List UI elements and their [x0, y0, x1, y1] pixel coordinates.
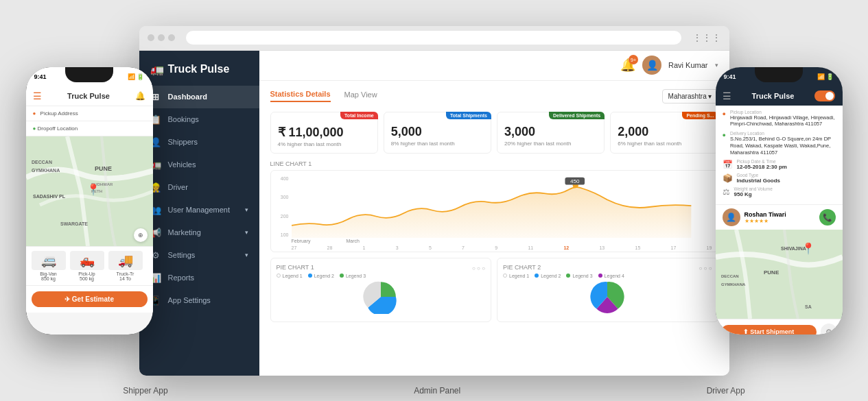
dropoff-bar[interactable]: ● Dropoff Location: [26, 121, 153, 136]
sidebar-app-settings-label: App Settings: [168, 296, 211, 304]
sidebar-item-shippers[interactable]: 👤 Shippers: [139, 131, 259, 154]
driver-app-title: Truck Pulse: [752, 92, 795, 100]
browser-url-bar[interactable]: [186, 31, 681, 45]
sidebar-marketing-label: Marketing: [168, 228, 201, 236]
user-avatar: 👤: [642, 56, 661, 75]
sidebar-shippers-label: Shippers: [168, 138, 198, 146]
map-locate-button[interactable]: ⊕: [134, 228, 148, 242]
pie-chart-2-legend: Legend 1 Legend 2 Legend 3 Legend 4: [503, 274, 712, 278]
shipper-phone: 9:41 📶 🔋 ☰ Truck Pulse 🔔 ● Pickup Addres…: [26, 67, 153, 335]
pie-chart-1-legend: Legend 1 Legend 2 Legend 3: [277, 274, 486, 278]
driver-avatar: 👤: [723, 208, 740, 226]
dropoff-label: Dropoff Location: [38, 125, 78, 132]
pie-chart-1: PIE CHART 1 ○ ○ ○ Legend 1 Legend 2 Lege…: [270, 258, 492, 322]
pie-chart-1-title: PIE CHART 1: [277, 264, 314, 271]
total-income-value: ₹ 11,00,000: [278, 125, 371, 140]
map-pin-icon: 📍: [86, 183, 100, 196]
shipper-status-icons: 📶 🔋: [128, 73, 145, 80]
line-chart-title: LINE CHART 1: [270, 160, 718, 167]
shipper-header: ☰ Truck Pulse 🔔: [26, 86, 153, 106]
sidebar-settings-label: Settings: [168, 251, 196, 259]
sidebar-dashboard-label: Dashboard: [168, 93, 207, 101]
sidebar-item-marketing[interactable]: 📢 Marketing ▾: [139, 221, 259, 244]
tab-map-view[interactable]: Map View: [344, 90, 377, 101]
pending-shipments-badge: Pending S...: [682, 112, 718, 119]
pie-chart-2-title: PIE CHART 2: [503, 264, 541, 271]
shipper-map: DECCAN GYMKHANA SADASHIV PL PUNE SWARGAT…: [26, 136, 153, 246]
driver-hamburger-icon[interactable]: ☰: [723, 90, 731, 101]
user-management-arrow-icon: ▾: [245, 206, 248, 213]
driver-app-bottom-label: Driver App: [707, 386, 745, 396]
dropoff-dot-icon: ●: [33, 125, 38, 132]
pie-chart-2-visual: [503, 278, 712, 316]
marketing-arrow-icon: ▾: [245, 229, 248, 236]
total-shipments-value: 5,000: [391, 125, 484, 139]
stat-card-delivered: Delivered Shipments 3,000 20% higher tha…: [497, 112, 605, 154]
pickup-address-text: Hinjawadi Road, Hinjawadi Village, Hinje…: [730, 114, 836, 128]
hamburger-icon[interactable]: ☰: [33, 90, 42, 101]
tab-statistics[interactable]: Statistics Details: [270, 90, 331, 102]
sidebar-item-bookings[interactable]: 📋 Bookings: [139, 108, 259, 131]
driver-settings-button[interactable]: ⚙: [821, 324, 837, 334]
settings-arrow-icon: ▾: [245, 252, 248, 258]
line-chart-section: LINE CHART 1: [270, 160, 718, 252]
calendar-icon: 📅: [723, 160, 733, 169]
sidebar-item-driver[interactable]: 👷 Driver: [139, 176, 259, 199]
delivery-location-icon: ●: [723, 132, 726, 138]
driver-map-pin-icon: 📍: [801, 242, 815, 255]
svg-text:PUNE: PUNE: [764, 269, 779, 276]
vehicle-pickup[interactable]: 🛻 Pick-Up 500 kg: [70, 251, 104, 281]
stat-cards: Total Income ₹ 11,00,000 4% higher than …: [270, 112, 718, 154]
driver-header: ☰ Truck Pulse: [716, 86, 843, 106]
call-button[interactable]: 📞: [819, 209, 836, 226]
sidebar-nav: ⊞ Dashboard 📋 Bookings 👤 Shippers 🚛 Vehi…: [139, 86, 259, 376]
driver-rating: ★★★★★: [744, 218, 786, 224]
admin-body: 🚛 Truck Pulse ⊞ Dashboard 📋 Bookings 👤 S…: [139, 51, 729, 376]
driver-status-time: 9:41: [724, 73, 736, 80]
pickup-weight: 500 kg: [70, 276, 104, 281]
state-dropdown[interactable]: Maharashtra ▾: [662, 89, 718, 104]
pickup-info-row: ● Pickup Location Hinjawadi Road, Hinjaw…: [723, 110, 836, 128]
delivery-info-row: ● Delivery Location S.No.253/1, Behind G…: [723, 131, 836, 156]
truck-icon: 🚚: [108, 251, 143, 270]
sidebar-item-app-settings[interactable]: 📱 App Settings: [139, 289, 259, 312]
shipper-status-time: 9:41: [34, 73, 47, 80]
admin-topbar: 🔔 9+ 👤 Ravi Kumar ▾: [259, 51, 729, 81]
sidebar-reports-label: Reports: [168, 274, 195, 282]
bottom-labels: Shipper App Admin Panel Driver App: [0, 386, 868, 396]
driver-info-section: ● Pickup Location Hinjawadi Road, Hinjaw…: [716, 106, 843, 205]
svg-text:450: 450: [570, 178, 579, 184]
driver-name: Roshan Tiwari: [744, 211, 786, 218]
goods-icon: 📦: [723, 173, 733, 183]
vehicle-truck[interactable]: 🚚 Truck-Tr 14 To: [108, 251, 143, 281]
pickup-location-icon: ●: [723, 110, 726, 117]
browser-menu-icon[interactable]: ⋮⋮⋮: [692, 32, 721, 43]
truck-label: Truck-Tr: [108, 271, 143, 276]
vehicle-big-van[interactable]: 🚐 Big-Van 850 kg: [32, 251, 66, 281]
pickup-bar[interactable]: ● Pickup Address: [26, 106, 153, 121]
sidebar-vehicles-label: Vehicles: [168, 160, 196, 169]
notification-bell[interactable]: 🔔 9+: [620, 58, 635, 73]
start-shipment-bar: ⬆ Start Shipment ⚙: [716, 319, 843, 334]
sidebar-driver-label: Driver: [168, 183, 188, 191]
line-chart: 450 400300200100 272813579111213151719: [270, 170, 718, 252]
big-van-icon: 🚐: [32, 251, 66, 270]
sidebar-item-reports[interactable]: 📊 Reports: [139, 267, 259, 289]
shipper-app-bottom-label: Shipper App: [123, 386, 167, 396]
shipper-screen: 9:41 📶 🔋 ☰ Truck Pulse 🔔 ● Pickup Addres…: [26, 67, 153, 335]
stat-card-income: Total Income ₹ 11,00,000 4% higher than …: [270, 112, 378, 154]
sidebar-item-vehicles[interactable]: 🚛 Vehicles: [139, 154, 259, 176]
get-estimate-button[interactable]: ✈ Get Estimate: [32, 291, 148, 307]
browser-chrome: ⋮⋮⋮: [139, 26, 729, 51]
sidebar-item-dashboard[interactable]: ⊞ Dashboard: [139, 86, 259, 108]
sidebar-item-settings[interactable]: ⚙ Settings ▾: [139, 244, 259, 267]
driver-phone: 9:41 📶 🔋 ☰ Truck Pulse ● Pickup Location…: [716, 67, 843, 335]
bell-icon[interactable]: 🔔: [135, 91, 145, 101]
toggle-switch[interactable]: [814, 90, 835, 101]
phone-notch-right: [755, 67, 803, 82]
admin-content: Statistics Details Map View Maharashtra …: [259, 81, 729, 376]
pickup-label2: Pick-Up: [70, 271, 104, 276]
delivered-shipments-change: 20% higher than last month: [504, 141, 597, 147]
start-shipment-button[interactable]: ⬆ Start Shipment: [721, 325, 817, 334]
sidebar-item-user-management[interactable]: 👥 User Management ▾: [139, 199, 259, 221]
